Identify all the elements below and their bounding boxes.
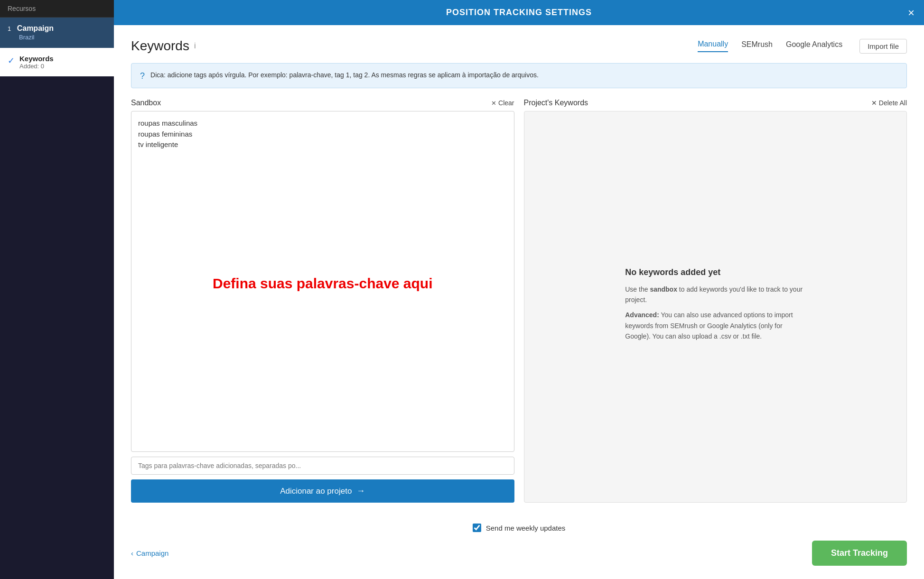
back-to-campaign-button[interactable]: ‹ Campaign — [131, 549, 168, 557]
modal: POSITION TRACKING SETTINGS × Keywords i … — [114, 0, 924, 579]
x-icon: ✕ — [491, 100, 496, 107]
sidebar-campaign-item[interactable]: 1 Campaign Brazil — [0, 18, 114, 48]
arrow-icon: → — [356, 486, 365, 496]
sidebar: Recursos 1 Campaign Brazil ✓ Keywords Ad… — [0, 0, 114, 579]
project-empty-desc1: Use the sandbox to add keywords you'd li… — [625, 284, 805, 305]
add-button-label: Adicionar ao projeto — [280, 487, 352, 496]
project-empty-box: No keywords added yet Use the sandbox to… — [524, 111, 907, 503]
import-file-button[interactable]: Import file — [859, 39, 907, 54]
info-banner: ? Dica: adicione tags após vírgula. Por … — [131, 63, 907, 88]
sidebar-keywords-added: Added: 0 — [19, 63, 54, 70]
add-to-project-button[interactable]: Adicionar ao projeto → — [131, 479, 514, 503]
tab-google-analytics[interactable]: Google Analytics — [786, 40, 842, 52]
modal-title: POSITION TRACKING SETTINGS — [446, 8, 592, 17]
tab-manually[interactable]: Manually — [698, 40, 728, 52]
project-empty-desc2: Advanced: You can also use advanced opti… — [625, 310, 805, 341]
project-empty-inner: No keywords added yet Use the sandbox to… — [625, 267, 805, 347]
weekly-updates-checkbox[interactable] — [473, 524, 481, 532]
tab-semrush[interactable]: SEMrush — [741, 40, 773, 52]
sidebar-header-label: Recursos — [8, 5, 36, 12]
sidebar-keywords-label: Keywords — [19, 55, 54, 63]
footer-actions: ‹ Campaign Start Tracking — [131, 541, 907, 566]
sidebar-keywords-item[interactable]: ✓ Keywords Added: 0 — [0, 48, 114, 76]
help-icon: ? — [140, 71, 145, 81]
keywords-heading: Keywords — [131, 38, 189, 54]
tab-nav: Manually SEMrush Google Analytics Import… — [698, 39, 907, 54]
tags-input[interactable] — [131, 457, 514, 475]
start-tracking-button[interactable]: Start Tracking — [812, 541, 907, 566]
modal-footer: Send me weekly updates ‹ Campaign Start … — [114, 516, 924, 579]
info-icon[interactable]: i — [194, 42, 196, 50]
sandbox-label: Sandbox — [131, 99, 161, 107]
close-button[interactable]: × — [908, 7, 915, 18]
sandbox-col-header: Sandbox ✕ Clear — [131, 99, 514, 107]
back-label: Campaign — [136, 549, 168, 557]
sandbox-textarea[interactable]: roupas masculinas roupas femininas tv in… — [131, 111, 514, 452]
info-banner-text: Dica: adicione tags após vírgula. Por ex… — [150, 70, 539, 80]
weekly-updates-label: Send me weekly updates — [486, 524, 566, 532]
delete-all-button[interactable]: ✕ Delete All — [871, 99, 907, 107]
sandbox-column: Sandbox ✕ Clear roupas masculinas roupas… — [131, 99, 514, 503]
project-column: Project's Keywords ✕ Delete All No keywo… — [524, 99, 907, 503]
sandbox-textarea-wrapper: roupas masculinas roupas femininas tv in… — [131, 111, 514, 452]
x-delete-icon: ✕ — [871, 99, 877, 107]
clear-button[interactable]: ✕ Clear — [491, 99, 514, 107]
check-icon: ✓ — [8, 55, 15, 66]
project-empty-title: No keywords added yet — [625, 267, 805, 277]
modal-body: Keywords i Manually SEMrush Google Analy… — [114, 25, 924, 516]
sidebar-header: Recursos — [0, 0, 114, 18]
modal-header: POSITION TRACKING SETTINGS × — [114, 0, 924, 25]
project-label: Project's Keywords — [524, 99, 588, 107]
sidebar-campaign-country: Brazil — [19, 34, 35, 41]
keywords-title-row: Keywords i Manually SEMrush Google Analy… — [131, 38, 907, 54]
project-col-header: Project's Keywords ✕ Delete All — [524, 99, 907, 107]
sidebar-campaign-name: Campaign — [17, 24, 54, 32]
chevron-left-icon: ‹ — [131, 549, 133, 557]
sidebar-campaign-number: 1 — [8, 25, 11, 32]
clear-label: Clear — [498, 99, 514, 107]
columns-row: Sandbox ✕ Clear roupas masculinas roupas… — [131, 99, 907, 503]
delete-all-label: Delete All — [879, 99, 907, 107]
weekly-row: Send me weekly updates — [131, 524, 907, 532]
keywords-title: Keywords i — [131, 38, 196, 54]
